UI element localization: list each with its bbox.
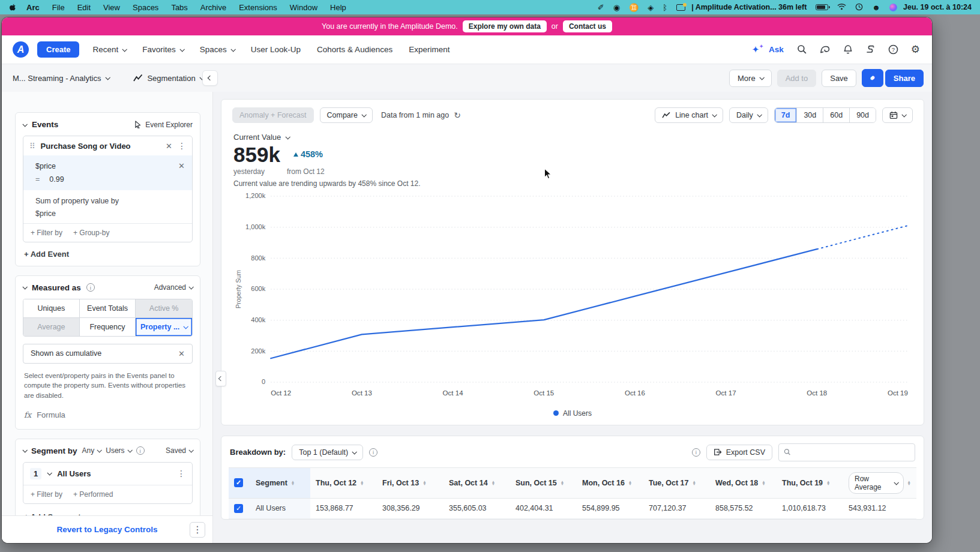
breakdown-top-select[interactable]: Top 1 (Default) [292,445,363,460]
legend-label[interactable]: All Users [563,409,592,418]
nav-recent[interactable]: Recent [92,45,126,54]
remove-event-icon[interactable]: ✕ [166,142,172,151]
sort-icon[interactable]: ▲▼ [826,481,830,485]
help-icon[interactable]: ? [888,44,898,55]
collapse-chevron-icon[interactable] [22,122,27,127]
range-90d[interactable]: 90d [850,108,876,122]
remove-cumulative-icon[interactable]: ✕ [178,349,185,358]
revert-legacy-link[interactable]: Revert to Legacy Controls [56,525,157,534]
segment-kebab-icon[interactable]: ⋮ [177,469,185,478]
property-operator[interactable]: = [35,175,40,184]
row-checkbox[interactable]: ✓ [234,504,243,513]
menubar-item-file[interactable]: File [52,3,65,12]
nav-spaces[interactable]: Spaces [200,45,235,54]
col-oct14[interactable]: Sat, Oct 14 [449,479,488,487]
footer-kebab-button[interactable]: ⋮ [190,522,205,538]
range-60d[interactable]: 60d [823,108,850,122]
range-7d[interactable]: 7d [775,108,798,122]
select-all-checkbox[interactable]: ✓ [234,478,243,487]
journeys-icon[interactable] [865,45,876,55]
menubar-datetime[interactable]: Jeu. 19 oct. à 10:24 [903,3,972,11]
export-csv-button[interactable]: Export CSV [706,445,772,460]
col-oct18[interactable]: Wed, Oct 18 [715,479,758,487]
segment-any-select[interactable]: Any [82,446,101,455]
chart-style-select[interactable]: Line chart [655,107,723,123]
collapse-chevron-icon[interactable] [22,448,27,452]
formula-link[interactable]: fx Formula [23,409,193,423]
sort-icon[interactable]: ▲▼ [291,481,295,485]
col-oct16[interactable]: Mon, Oct 16 [582,479,625,487]
calendar-button[interactable] [882,107,913,123]
drag-handle-icon[interactable]: ⠿ [29,142,35,151]
segment-users-select[interactable]: Users [106,446,131,455]
measure-frequency[interactable]: Frequency [80,318,136,336]
add-event-link[interactable]: + Add Event [23,242,193,260]
sidebar-collapse-button[interactable] [202,70,218,86]
explore-own-data-button[interactable]: Explore my own data [463,20,547,32]
save-button[interactable]: Save [822,70,856,87]
copy-link-button[interactable]: ⚭ [862,69,883,87]
whats-new-icon[interactable] [820,44,831,55]
siri-icon[interactable] [889,4,897,11]
wifi-icon[interactable] [837,3,846,11]
stat-metric-select[interactable]: Current Value [233,133,913,142]
compass-icon[interactable]: ◈ [648,4,654,11]
segment-saved-select[interactable]: Saved [166,446,193,455]
app-dot-icon[interactable]: ◉ [613,4,620,11]
contact-us-button[interactable]: Contact us [563,20,612,32]
info-icon[interactable]: i [136,446,145,455]
amplitude-logo[interactable]: A [13,41,29,58]
create-button[interactable]: Create [37,41,79,58]
apple-logo-icon[interactable] [8,3,17,11]
sort-icon[interactable]: ▲▼ [360,481,364,485]
nav-cohorts-audiences[interactable]: Cohorts & Audiences [317,45,392,54]
advanced-link[interactable]: Advanced [154,283,193,292]
menubar-item-tabs[interactable]: Tabs [171,3,187,12]
menubar-status-text[interactable]: | Amplitude Activation... 36m left [691,3,807,11]
refresh-icon[interactable]: ↻ [454,110,461,120]
menubar-app-name[interactable]: Arc [26,3,40,12]
interval-select[interactable]: Daily [729,107,768,123]
collapse-chevron-icon[interactable] [22,284,27,289]
group-by-link[interactable]: + Group-by [73,229,109,237]
property-name[interactable]: $price [35,162,56,170]
chart-pan-left-button[interactable] [215,371,226,386]
pen-icon[interactable]: ✐ [598,4,604,11]
menubar-item-help[interactable]: Help [330,3,346,12]
line-chart[interactable]: 0200k400k600k800k1,000k1,200kProperty Su… [232,189,913,405]
bluetooth-icon[interactable]: ᛒ [663,4,667,11]
col-oct19[interactable]: Thu, Oct 19 [782,479,823,487]
segment-performed-link[interactable]: + Performed [73,490,113,499]
settings-gear-icon[interactable]: ⚙ [911,43,920,56]
ask-button[interactable]: ✦✦Ask [752,45,783,54]
sort-icon[interactable]: ▲▼ [492,481,495,485]
nav-experiment[interactable]: Experiment [409,45,449,54]
chevron-down-icon[interactable] [47,470,52,475]
sort-icon[interactable]: ▲▼ [692,481,696,485]
remove-property-icon[interactable]: ✕ [178,161,185,170]
clock-icon[interactable] [855,3,863,12]
user-switch-icon[interactable]: ☻ [872,4,880,11]
search-icon[interactable] [797,44,807,55]
segment-filter-by-link[interactable]: + Filter by [31,490,62,499]
event-explorer-link[interactable]: Event Explorer [134,121,193,129]
breadcrumb[interactable]: M... Streaming - Analytics [13,74,109,83]
event-name[interactable]: Purchase Song or Video [41,142,161,151]
col-oct13[interactable]: Fri, Oct 13 [382,479,419,487]
menubar-item-edit[interactable]: Edit [77,3,91,12]
nav-user-lookup[interactable]: User Look-Up [251,45,301,54]
compare-button[interactable]: Compare [320,107,373,123]
measure-property-sum[interactable]: Property ... [136,318,192,336]
sort-icon[interactable]: ▲▼ [561,481,564,485]
info-icon[interactable]: i [86,283,95,292]
menubar-item-window[interactable]: Window [290,3,317,12]
sort-icon[interactable]: ▲▼ [907,481,911,485]
display-mirroring-icon[interactable] [676,4,685,11]
segment-number[interactable]: 1 [30,468,41,479]
filter-by-link[interactable]: + Filter by [31,229,62,237]
anomaly-forecast-button[interactable]: Anomaly + Forecast [232,107,314,123]
menubar-item-archive[interactable]: Archive [200,3,226,12]
info-icon[interactable]: i [692,448,700,457]
range-30d[interactable]: 30d [797,108,823,122]
share-button[interactable]: Share [885,70,924,87]
